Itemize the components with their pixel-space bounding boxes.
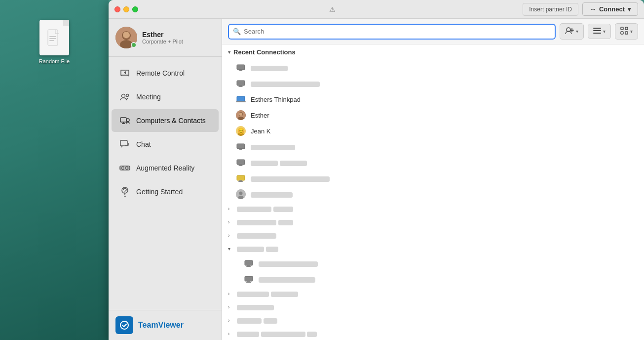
group-item[interactable]: ›	[222, 229, 644, 242]
sidebar-item-remote-control[interactable]: Remote Control	[112, 62, 219, 85]
main-content: 🔍 ▾	[222, 19, 644, 340]
connection-name	[259, 260, 636, 267]
connect-button[interactable]: ↔ Connect ▾	[582, 2, 638, 16]
list-item[interactable]	[222, 170, 644, 186]
connection-name	[251, 80, 636, 87]
group-item[interactable]: ›	[222, 202, 644, 215]
file-icon	[39, 20, 69, 55]
svg-rect-31	[239, 85, 242, 86]
svg-rect-52	[238, 181, 243, 182]
traffic-lights	[114, 6, 138, 12]
svg-rect-59	[245, 276, 253, 281]
add-contact-button[interactable]: ▾	[560, 23, 584, 40]
monitor-icon	[236, 63, 246, 73]
list-item[interactable]: Esthers Thinkpad	[222, 91, 644, 107]
getting-started-label: Getting Started	[136, 188, 183, 196]
recent-connections-header[interactable]: ▾ Recent Connections	[222, 44, 644, 60]
sidebar-item-augmented-reality[interactable]: Augmented Reality	[112, 157, 219, 179]
group-label	[237, 330, 317, 338]
avatar-esther	[236, 110, 246, 120]
view-options-button[interactable]: ▾	[588, 24, 611, 39]
svg-rect-57	[247, 265, 250, 266]
svg-rect-58	[246, 266, 251, 267]
connection-name	[251, 191, 636, 198]
group-chevron-icon: ▾	[228, 246, 234, 252]
group-label	[237, 232, 276, 239]
search-input[interactable]	[244, 28, 551, 35]
list-item[interactable]	[222, 139, 644, 155]
insert-partner-button[interactable]: Insert partner ID	[523, 3, 578, 16]
sidebar: Esther Corporate + Pilot Remote Contro	[109, 19, 222, 340]
list-item[interactable]	[222, 255, 644, 271]
person-add-icon	[565, 27, 574, 36]
group-item[interactable]: ›	[222, 300, 644, 314]
sidebar-item-meeting[interactable]: Meeting	[112, 85, 219, 108]
list-item[interactable]	[222, 155, 644, 170]
avatar-jean: 😊	[236, 126, 246, 136]
svg-rect-1	[49, 36, 56, 37]
nav-items: Remote Control Meeting	[109, 57, 222, 310]
group-item[interactable]: ›	[222, 314, 644, 327]
close-button[interactable]	[114, 6, 120, 12]
svg-rect-23	[621, 27, 623, 30]
svg-rect-44	[237, 144, 245, 149]
svg-rect-61	[246, 282, 251, 283]
list-item[interactable]	[222, 76, 644, 91]
svg-rect-12	[120, 140, 127, 146]
group-item-expanded[interactable]: ▾	[222, 242, 644, 255]
list-item[interactable]	[222, 186, 644, 202]
tree-icon	[620, 27, 628, 36]
svg-rect-51	[239, 180, 242, 181]
svg-rect-25	[621, 32, 623, 34]
svg-rect-18	[117, 318, 131, 332]
connection-name: Jean K	[251, 128, 636, 135]
connect-arrow-icon: ↔	[590, 5, 596, 13]
svg-rect-34	[236, 101, 246, 102]
desktop-icon-random-file[interactable]: Random File	[39, 20, 70, 64]
group-chevron-icon: ›	[228, 291, 234, 297]
toolbar: 🔍 ▾	[222, 19, 644, 44]
maximize-button[interactable]	[132, 6, 138, 12]
group-label	[237, 218, 293, 226]
connection-name	[251, 143, 636, 151]
teamviewer-viewer: Viewer	[158, 321, 184, 329]
group-item[interactable]: ›	[222, 215, 644, 229]
group-options-button[interactable]: ▾	[615, 23, 638, 40]
list-item[interactable]: 😊 Jean K	[222, 123, 644, 139]
avatar-container	[115, 27, 137, 48]
group-item[interactable]: ›	[222, 287, 644, 300]
group-label	[237, 303, 274, 311]
group-chevron-icon: ›	[228, 331, 234, 337]
minimize-button[interactable]	[123, 6, 129, 12]
monitor-icon	[244, 258, 254, 268]
svg-rect-22	[593, 33, 601, 34]
connection-name	[251, 64, 636, 72]
list-item[interactable]	[222, 60, 644, 76]
svg-point-17	[124, 192, 125, 193]
warning-icon: ⚠	[329, 5, 336, 13]
connect-label: Connect	[599, 5, 625, 13]
group-chevron-icon: ›	[228, 318, 234, 323]
online-status-badge	[131, 42, 137, 48]
svg-rect-21	[593, 30, 601, 31]
search-container: 🔍	[228, 24, 556, 40]
group-chevron-icon: ›	[228, 206, 234, 212]
teamviewer-logo-text: TeamViewer	[138, 321, 184, 330]
group-item[interactable]: ›	[222, 327, 644, 340]
monitor-icon	[244, 274, 254, 284]
list-item[interactable]: Esther	[222, 107, 644, 123]
chat-icon	[119, 139, 130, 150]
sidebar-item-computers-contacts[interactable]: Computers & Contacts	[112, 109, 219, 132]
svg-text:😊: 😊	[237, 127, 245, 134]
sidebar-item-getting-started[interactable]: Getting Started	[112, 180, 219, 203]
svg-point-9	[126, 94, 129, 97]
group-chevron-icon: ▾	[630, 29, 633, 34]
monitor-icon	[236, 142, 246, 152]
desktop-icon-label: Random File	[39, 58, 70, 64]
sidebar-item-chat[interactable]: Chat	[112, 133, 219, 156]
add-contact-chevron-icon: ▾	[576, 29, 578, 34]
augmented-reality-label: Augmented Reality	[136, 164, 194, 172]
monitor-icon	[236, 173, 246, 183]
group-label	[237, 290, 298, 298]
list-item[interactable]	[222, 271, 644, 287]
